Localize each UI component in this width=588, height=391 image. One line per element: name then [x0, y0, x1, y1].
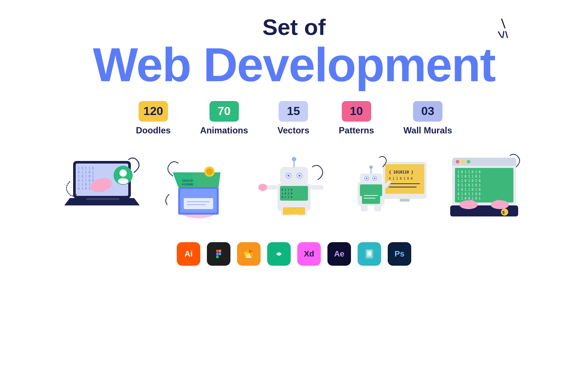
- badge-doodles: 120: [139, 101, 168, 122]
- svg-point-103: [368, 252, 371, 255]
- tool-after-effects: Ae: [327, 242, 351, 266]
- figma-icon: [214, 249, 224, 259]
- svg-text:0 1 0 1 1 0 1: 0 1 0 1 1 0 1: [458, 175, 481, 178]
- svg-point-10: [118, 178, 128, 184]
- svg-point-93: [219, 252, 221, 255]
- label-patterns: Patterns: [339, 125, 374, 136]
- svg-text:0 1 0 1 1 0 0: 0 1 0 1 1 0 0: [458, 193, 481, 196]
- tool-sketch: [237, 242, 261, 266]
- svg-rect-53: [360, 173, 382, 183]
- svg-text:0 1 1 0 1: 0 1 1 0 1: [78, 171, 94, 174]
- svg-point-70: [467, 160, 470, 164]
- svg-rect-33: [280, 167, 308, 184]
- svg-text:1 0 1 0 1: 1 0 1 0 1: [78, 175, 94, 178]
- svg-point-25: [206, 168, 213, 175]
- stat-vectors: 15 Vectors: [277, 101, 309, 136]
- svg-rect-87: [503, 201, 506, 207]
- svg-point-36: [287, 175, 290, 177]
- tool-figma: [207, 242, 230, 266]
- tool-studio: [267, 242, 291, 266]
- svg-point-68: [456, 160, 459, 164]
- svg-rect-15: [86, 198, 119, 200]
- badge-vectors: 15: [279, 101, 308, 122]
- label-doodles: Doodles: [136, 125, 171, 136]
- svg-point-39: [292, 157, 296, 161]
- svg-text:0 1 1 0 1 0 0: 0 1 1 0 1 0 0: [389, 177, 413, 180]
- tool-illustrator: Ai: [177, 242, 200, 266]
- robot-svg: 0 1 1 0 1 0 1 0 0 1 1 0: [254, 150, 334, 224]
- svg-text:1 0 1 1 0 1 0: 1 0 1 1 0 1 0: [458, 188, 481, 191]
- svg-rect-92: [216, 252, 219, 255]
- page-header: Set of Web Development: [29, 15, 559, 90]
- svg-text:1010110: 1010110: [182, 179, 193, 182]
- svg-point-59: [369, 165, 373, 169]
- label-animations: Animations: [200, 125, 248, 136]
- svg-text:0 1 1 0: 0 1 1 0: [282, 189, 293, 191]
- badge-animations: 70: [209, 101, 239, 122]
- svg-rect-84: [470, 200, 473, 206]
- svg-text:0110100: 0110100: [182, 183, 193, 186]
- label-wall-murals: Wall Murals: [404, 125, 452, 136]
- label-vectors: Vectors: [277, 125, 309, 136]
- svg-text:1 1 0 1 0 1 0: 1 1 0 1 0 1 0: [458, 179, 481, 183]
- robot-tablet-svg: { 1010110 } 0 1 1 0 1 0 0: [349, 150, 430, 224]
- set-of-label: Set of: [29, 15, 559, 40]
- laptop-svg: 1 0 1 1 0 0 1 1 0 1 1 0 1 0 1 0 1 1 0 0 …: [62, 150, 143, 224]
- craft-icon: [363, 248, 376, 260]
- badge-patterns: 10: [342, 101, 371, 122]
- svg-rect-64: [374, 204, 381, 211]
- illustration-box: 1010110 0110100: [154, 147, 243, 227]
- sparkle-decoration: [499, 18, 507, 38]
- svg-text:1 0 1 0: 1 0 1 0: [282, 192, 293, 195]
- illustration-robot-tablet: { 1010110 } 0 1 1 0 1 0 0: [345, 147, 434, 227]
- svg-rect-50: [400, 199, 410, 201]
- svg-point-57: [374, 177, 376, 179]
- svg-point-37: [298, 175, 301, 177]
- illustration-robot: 0 1 1 0 1 0 1 0 0 1 1 0: [250, 147, 338, 227]
- stats-row: 120 Doodles 70 Animations 15 Vectors 10 …: [136, 101, 452, 136]
- illustration-laptop: 1 0 1 1 0 0 1 1 0 1 1 0 1 0 1 0 1 1 0 0 …: [59, 147, 147, 227]
- svg-text:0 1 1 0 1 0 1: 0 1 1 0 1 0 1: [458, 184, 481, 187]
- code-window-svg: 1 0 1 1 0 1 0 0 1 0 1 1 0 1 1 1 0 1 0 1 …: [445, 150, 526, 224]
- svg-point-56: [366, 177, 368, 179]
- svg-text:1 1 0 0 1 0 1: 1 1 0 0 1 0 1: [458, 197, 481, 200]
- stat-wall-murals: 03 Wall Murals: [404, 101, 452, 136]
- svg-rect-86: [500, 200, 502, 207]
- studio-icon: [273, 248, 285, 260]
- badge-wall-murals: 03: [413, 101, 442, 122]
- svg-text:$: $: [502, 210, 505, 215]
- svg-text:{ 1010110 }: { 1010110 }: [389, 170, 413, 174]
- svg-point-42: [258, 184, 267, 191]
- svg-rect-67: [452, 163, 516, 166]
- svg-rect-91: [219, 250, 221, 252]
- tool-craft: [358, 242, 381, 266]
- svg-text:1 0 1 1 0: 1 0 1 1 0: [78, 167, 94, 170]
- stat-doodles: 120 Doodles: [136, 101, 171, 136]
- svg-rect-19: [184, 198, 213, 209]
- svg-rect-63: [361, 204, 368, 211]
- svg-rect-41: [311, 185, 323, 190]
- svg-text:0 1 1 0 0: 0 1 1 0 0: [78, 179, 94, 182]
- svg-text:0 1 1 0: 0 1 1 0: [282, 196, 293, 199]
- main-title: Web Development: [29, 40, 559, 90]
- illustration-code-window: 1 0 1 1 0 1 0 0 1 0 1 1 0 1 1 1 0 1 0 1 …: [441, 147, 529, 227]
- svg-rect-85: [496, 200, 499, 206]
- svg-rect-90: [216, 250, 219, 252]
- svg-text:1 0 1 1 0 1 0: 1 0 1 1 0 1 0: [458, 171, 481, 174]
- svg-point-9: [119, 169, 127, 177]
- svg-rect-94: [216, 255, 219, 258]
- stat-animations: 70 Animations: [200, 101, 248, 136]
- illustrations-row: 1 0 1 1 0 0 1 1 0 1 1 0 1 0 1 0 1 1 0 0 …: [29, 147, 559, 227]
- svg-rect-83: [467, 200, 469, 207]
- svg-point-69: [461, 160, 465, 164]
- tool-photoshop: Ps: [388, 242, 411, 266]
- tool-xd: Xd: [297, 242, 321, 266]
- stat-patterns: 10 Patterns: [339, 101, 374, 136]
- svg-rect-43: [283, 207, 305, 215]
- svg-rect-82: [463, 201, 466, 207]
- box-svg: 1010110 0110100: [158, 150, 239, 224]
- tools-row: Ai Xd Ae: [177, 242, 411, 266]
- sketch-icon: [243, 248, 255, 260]
